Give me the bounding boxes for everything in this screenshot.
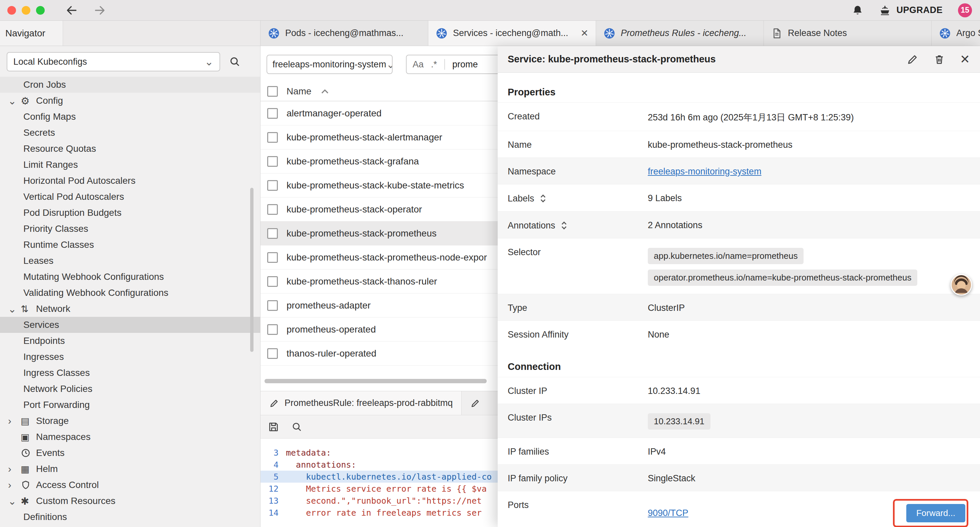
row-checkbox[interactable]	[267, 276, 278, 287]
dock-tab-partial[interactable]	[461, 391, 498, 415]
editor-line[interactable]: 12 Metrics service error rate is {{ $va	[261, 482, 498, 495]
sidebar-search-icon[interactable]	[229, 56, 241, 68]
close-tab-icon[interactable]: ✕	[581, 28, 589, 39]
select-all-checkbox[interactable]	[267, 86, 278, 97]
sidebar-item-helm[interactable]: ›▦Helm	[0, 461, 260, 477]
table-row[interactable]: prometheus-adapter	[261, 293, 498, 318]
editor-line[interactable]: 5 kubectl.kubernetes.io/last-applied-co	[261, 471, 498, 482]
sidebar-scrollbar[interactable]	[250, 188, 253, 352]
row-checkbox[interactable]	[267, 180, 278, 191]
sidebar-item-config-maps[interactable]: Config Maps	[0, 109, 260, 125]
chevron-down-icon[interactable]: ⌄	[8, 303, 21, 315]
table-row[interactable]: kube-prometheus-stack-grafana	[261, 150, 498, 174]
sidebar-item-port-forwarding[interactable]: Port Forwarding	[0, 397, 260, 413]
sidebar-item-vertical-pod-autoscalers[interactable]: Vertical Pod Autoscalers	[0, 189, 260, 205]
sidebar-item-priority-classes[interactable]: Priority Classes	[0, 221, 260, 237]
namespace-filter-select[interactable]: freeleaps-monitoring-system ⌄	[267, 55, 393, 74]
maximize-window-button[interactable]	[36, 6, 45, 15]
tab-services-icecheng-math[interactable]: Services - icecheng@math...✕	[428, 21, 596, 46]
yaml-editor[interactable]: 3metadata:4 annotations:5 kubectl.kubern…	[261, 439, 498, 527]
close-window-button[interactable]	[7, 6, 16, 15]
sidebar-item-cron-jobs[interactable]: Cron Jobs	[0, 77, 260, 93]
sidebar-item-access-control[interactable]: ›Access Control	[0, 477, 260, 493]
editor-line[interactable]: 14 error rate in freeleaps metrics ser	[261, 507, 498, 519]
sidebar-item-namespaces[interactable]: ▣Namespaces	[0, 429, 260, 445]
horizontal-scrollbar[interactable]	[264, 379, 487, 383]
row-checkbox[interactable]	[267, 156, 278, 167]
sidebar-item-services[interactable]: Services	[0, 317, 260, 333]
table-row[interactable]: kube-prometheus-stack-prometheus	[261, 221, 498, 245]
editor-line[interactable]: 13 second.","runbook_url":"https://net	[261, 495, 498, 507]
row-checkbox[interactable]	[267, 252, 278, 263]
row-checkbox[interactable]	[267, 204, 278, 215]
port-link[interactable]: 9090/TCP	[648, 508, 689, 518]
minimize-window-button[interactable]	[22, 6, 30, 15]
close-drawer-icon[interactable]: ✕	[960, 53, 970, 65]
table-row[interactable]: kube-prometheus-stack-operator	[261, 197, 498, 221]
sidebar-item-custom-resources[interactable]: ⌄✱Custom Resources	[0, 493, 260, 509]
sidebar-item-leases[interactable]: Leases	[0, 253, 260, 269]
delete-service-icon[interactable]	[933, 53, 945, 65]
tab-prometheus-rules-icecheng[interactable]: Prometheus Rules - icecheng...	[596, 21, 764, 46]
sidebar-item-validating-webhook-configurations[interactable]: Validating Webhook Configurations	[0, 285, 260, 301]
forward-button[interactable]	[94, 4, 106, 17]
list-search-input[interactable]: Aa .* prome	[406, 55, 498, 74]
user-avatar[interactable]	[951, 274, 972, 296]
sidebar-item-resource-quotas[interactable]: Resource Quotas	[0, 141, 260, 157]
save-icon[interactable]	[268, 421, 279, 433]
back-button[interactable]	[65, 4, 78, 17]
tab-argo-se[interactable]: Argo Se	[932, 21, 980, 46]
chevron-right-icon[interactable]: ›	[8, 415, 21, 427]
sidebar-item-mutating-webhook-configurations[interactable]: Mutating Webhook Configurations	[0, 269, 260, 285]
upgrade-button[interactable]: UPGRADE	[879, 4, 943, 16]
row-checkbox[interactable]	[267, 108, 278, 119]
row-checkbox[interactable]	[267, 228, 278, 239]
row-checkbox[interactable]	[267, 300, 278, 311]
tab-release-notes[interactable]: Release Notes	[764, 21, 932, 46]
column-header-name[interactable]: Name	[286, 86, 312, 97]
table-row[interactable]: thanos-ruler-operated	[261, 342, 498, 366]
sidebar-item-endpoints[interactable]: Endpoints	[0, 333, 260, 349]
dock-tab-prometheusrule[interactable]: PrometheusRule: freeleaps-prod-rabbitmq	[261, 391, 461, 415]
chevron-down-icon[interactable]: ⌄	[8, 495, 21, 507]
sidebar-item-secrets[interactable]: Secrets	[0, 125, 260, 141]
sidebar-item-pod-disruption-budgets[interactable]: Pod Disruption Budgets	[0, 205, 260, 221]
regex-toggle[interactable]: .*	[431, 59, 437, 70]
table-row[interactable]: alertmanager-operated	[261, 101, 498, 126]
sidebar-item-horizontal-pod-autoscalers[interactable]: Horizontal Pod Autoscalers	[0, 173, 260, 189]
notification-count-badge[interactable]: 15	[958, 3, 972, 18]
sidebar-item-network-policies[interactable]: Network Policies	[0, 381, 260, 397]
sidebar-item-network[interactable]: ⌄⇅Network	[0, 301, 260, 317]
editor-line[interactable]: 3metadata:	[261, 447, 498, 459]
table-row[interactable]: kube-prometheus-stack-prometheus-node-ex…	[261, 245, 498, 269]
sidebar-item-runtime-classes[interactable]: Runtime Classes	[0, 237, 260, 253]
namespace-link[interactable]: freeleaps-monitoring-system	[648, 166, 762, 177]
sidebar-item-limit-ranges[interactable]: Limit Ranges	[0, 157, 260, 173]
row-checkbox[interactable]	[267, 324, 278, 335]
match-case-toggle[interactable]: Aa	[413, 59, 424, 70]
sidebar-item-definitions[interactable]: Definitions	[0, 509, 260, 525]
edit-service-icon[interactable]	[907, 53, 919, 65]
table-row[interactable]: kube-prometheus-stack-thanos-ruler	[261, 269, 498, 293]
kubeconfig-selector[interactable]: Local Kubeconfigs ⌄	[7, 52, 220, 72]
sidebar-item-events[interactable]: Events	[0, 445, 260, 461]
tab-pods-icecheng-mathmas[interactable]: Pods - icecheng@mathmas...	[261, 21, 428, 46]
sidebar-item-ingresses[interactable]: Ingresses	[0, 349, 260, 365]
table-row[interactable]: kube-prometheus-stack-alertmanager	[261, 126, 498, 150]
sidebar-item-config[interactable]: ⌄⚙Config	[0, 93, 260, 109]
expander-icon[interactable]	[539, 193, 547, 204]
table-row[interactable]: prometheus-operated	[261, 318, 498, 342]
table-row[interactable]: kube-prometheus-stack-kube-state-metrics	[261, 174, 498, 197]
sort-ascending-icon[interactable]	[321, 89, 329, 94]
notifications-bell-icon[interactable]	[851, 4, 864, 16]
chevron-down-icon[interactable]: ⌄	[8, 95, 21, 107]
chevron-right-icon[interactable]: ›	[8, 479, 21, 490]
sidebar-item-storage[interactable]: ›▤Storage	[0, 413, 260, 429]
sidebar-item-ingress-classes[interactable]: Ingress Classes	[0, 365, 260, 381]
forward-button[interactable]: Forward...	[906, 504, 965, 522]
chevron-right-icon[interactable]: ›	[8, 463, 21, 474]
row-checkbox[interactable]	[267, 348, 278, 359]
expander-icon[interactable]	[560, 220, 568, 231]
row-checkbox[interactable]	[267, 132, 278, 143]
editor-search-icon[interactable]	[291, 421, 302, 433]
